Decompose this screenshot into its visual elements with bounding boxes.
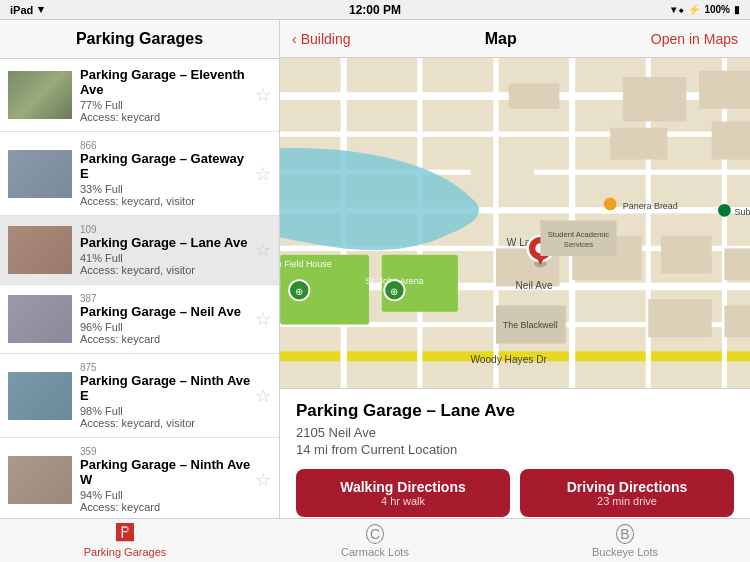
garage-stats: 41% FullAccess: keycard, visitor [80,252,251,276]
garage-number: 866 [80,140,251,151]
status-bar: iPad ▾ 12:00 PM ▾ ⬥ ⚡ 100% ▮ [0,0,750,20]
svg-text:⊕: ⊕ [390,286,398,297]
svg-rect-22 [699,71,750,109]
walking-btn-title: Walking Directions [304,479,502,495]
svg-rect-23 [712,121,750,159]
garage-stats: 98% FullAccess: keycard, visitor [80,405,251,429]
garage-number: 359 [80,446,251,457]
right-header: ‹ Building Map Open in Maps [280,20,750,58]
driving-directions-button[interactable]: Driving Directions 23 min drive [520,469,734,517]
parking-tab-icon: 🅿 [116,523,134,544]
garage-item[interactable]: 866 Parking Garage – Gateway E 33% FullA… [0,132,279,216]
svg-rect-28 [661,236,712,274]
ipad-label: iPad [10,4,33,16]
garage-image [8,71,72,119]
signal-icon: ▾ ⬥ [671,4,685,15]
garage-list: Parking Garage – Eleventh Ave 77% FullAc… [0,59,279,518]
selected-garage-address: 2105 Neil Ave [296,425,734,440]
svg-text:Services: Services [564,240,593,249]
garage-thumb [8,150,72,198]
svg-rect-31 [724,306,750,338]
tab-carmack[interactable]: C Carmack Lots [250,524,500,558]
favorite-icon[interactable]: ☆ [255,469,271,491]
garage-info: Parking Garage – Eleventh Ave 77% FullAc… [80,67,251,123]
garage-name: Parking Garage – Ninth Ave E [80,373,251,403]
selected-garage-name: Parking Garage – Lane Ave [296,401,734,421]
info-panel: Parking Garage – Lane Ave 2105 Neil Ave … [280,388,750,518]
garage-info: 359 Parking Garage – Ninth Ave W 94% Ful… [80,446,251,513]
svg-text:⊕: ⊕ [295,286,303,297]
favorite-icon[interactable]: ☆ [255,84,271,106]
svg-rect-24 [610,128,667,160]
svg-text:Woody Hayes Dr: Woody Hayes Dr [470,354,547,365]
garage-name: Parking Garage – Neil Ave [80,304,251,319]
left-panel: Parking Garages Parking Garage – Elevent… [0,20,280,518]
tab-buckeye[interactable]: B Buckeye Lots [500,524,750,558]
tab-parking[interactable]: 🅿 Parking Garages [0,523,250,558]
map-area[interactable]: W Lane Ave Neil Ave Woody Hayes Dr Frenc… [280,58,750,388]
garage-name: Parking Garage – Ninth Ave W [80,457,251,487]
svg-text:Neil Ave: Neil Ave [516,280,553,291]
status-time: 12:00 PM [349,3,401,17]
garage-item[interactable]: 387 Parking Garage – Neil Ave 96% FullAc… [0,285,279,354]
wifi-icon: ▾ [38,3,44,16]
right-panel: ‹ Building Map Open in Maps [280,20,750,518]
driving-btn-title: Driving Directions [528,479,726,495]
walking-directions-button[interactable]: Walking Directions 4 hr walk [296,469,510,517]
svg-point-45 [604,198,617,211]
garage-item[interactable]: 359 Parking Garage – Ninth Ave W 94% Ful… [0,438,279,518]
garage-item[interactable]: 109 Parking Garage – Lane Ave 41% FullAc… [0,216,279,285]
favorite-icon[interactable]: ☆ [255,308,271,330]
svg-point-47 [718,204,731,217]
tab-label: Carmack Lots [341,546,409,558]
svg-rect-30 [648,299,711,337]
map-title: Map [485,30,517,48]
svg-rect-25 [509,83,560,108]
garage-image [8,372,72,420]
garage-name: Parking Garage – Lane Ave [80,235,251,250]
garage-info: 109 Parking Garage – Lane Ave 41% FullAc… [80,224,251,276]
tab-label: Buckeye Lots [592,546,658,558]
svg-text:Student Academic: Student Academic [548,230,610,239]
back-button[interactable]: ‹ Building [292,31,351,47]
selected-garage-distance: 14 mi from Current Location [296,442,734,457]
buckeye-tab-icon: B [616,524,633,544]
open-maps-button[interactable]: Open in Maps [651,31,738,47]
garage-image [8,295,72,343]
left-panel-header: Parking Garages [0,20,279,59]
garage-thumb [8,71,72,119]
garage-number: 875 [80,362,251,373]
tab-label: Parking Garages [84,546,167,558]
garage-name: Parking Garage – Gateway E [80,151,251,181]
back-label: Building [301,31,351,47]
battery-label: 100% [704,4,730,15]
favorite-icon[interactable]: ☆ [255,385,271,407]
svg-text:Panera Bread: Panera Bread [623,201,678,211]
garage-thumb [8,372,72,420]
carmack-tab-icon: C [366,524,384,544]
garage-stats: 33% FullAccess: keycard, visitor [80,183,251,207]
battery-icon: ▮ [734,4,740,15]
svg-text:The Blackwell: The Blackwell [503,320,558,330]
garage-stats: 94% FullAccess: keycard [80,489,251,513]
directions-row: Walking Directions 4 hr walk Driving Dir… [296,469,734,517]
garage-image [8,226,72,274]
bluetooth-icon: ⚡ [688,4,700,15]
back-chevron-icon: ‹ [292,31,297,47]
favorite-icon[interactable]: ☆ [255,239,271,261]
garage-item[interactable]: Parking Garage – Eleventh Ave 77% FullAc… [0,59,279,132]
garage-thumb [8,295,72,343]
garage-info: 875 Parking Garage – Ninth Ave E 98% Ful… [80,362,251,429]
garage-info: 387 Parking Garage – Neil Ave 96% FullAc… [80,293,251,345]
tab-bar: 🅿 Parking Garages C Carmack Lots B Bucke… [0,518,750,562]
svg-rect-21 [623,77,686,121]
driving-btn-sub: 23 min drive [528,495,726,507]
garage-stats: 77% FullAccess: keycard [80,99,251,123]
garage-name: Parking Garage – Eleventh Ave [80,67,251,97]
garage-item[interactable]: 875 Parking Garage – Ninth Ave E 98% Ful… [0,354,279,438]
status-left: iPad ▾ [10,3,44,16]
left-panel-title: Parking Garages [76,30,203,47]
walking-btn-sub: 4 hr walk [304,495,502,507]
svg-text:French Field House: French Field House [280,259,332,269]
favorite-icon[interactable]: ☆ [255,163,271,185]
